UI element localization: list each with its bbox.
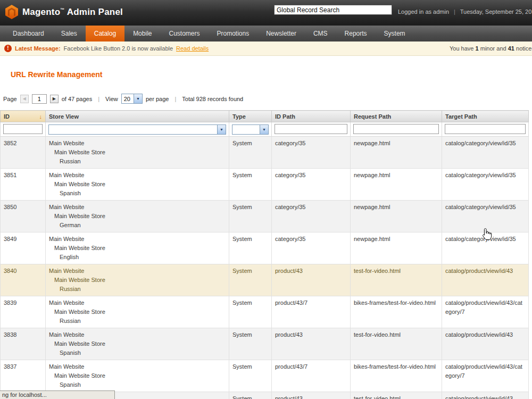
cell-request-path: bikes-frames/test-for-video.html: [351, 360, 442, 392]
nav-item-reports[interactable]: Reports: [336, 26, 376, 41]
latest-message-text: Facebook Like Button 2.0 is now availabl…: [64, 45, 173, 52]
cell-target-path: catalog/product/view/id/43: [442, 264, 529, 296]
latest-message-label: Latest Message:: [15, 45, 61, 52]
cell-id: 3849: [1, 232, 46, 264]
filter-id-path-input[interactable]: [275, 124, 347, 134]
cell-type: System: [229, 296, 272, 328]
cell-request-path: bikes-frames/test-for-video.html: [351, 296, 442, 328]
cell-target-path: catalog/category/view/id/35: [442, 232, 529, 264]
brand: Magento™ Admin Panel: [5, 5, 123, 19]
cell-target-path: catalog/category/view/id/35: [442, 136, 529, 168]
column-header-id-path[interactable]: ID Path: [272, 111, 351, 122]
cell-type: System: [229, 136, 272, 168]
next-page-button[interactable]: ▶: [50, 95, 59, 103]
per-page-select[interactable]: 20 ▼: [121, 94, 143, 104]
browser-status-bar: ng for localhost...: [0, 390, 115, 399]
prev-page-button[interactable]: ◀: [20, 95, 29, 103]
cell-type: System: [229, 328, 272, 360]
url-rewrite-grid: ↓ ID Store View Type ID Path Request Pat…: [0, 110, 529, 399]
dropdown-arrow-icon: ▼: [134, 94, 142, 103]
cell-store-view: Main Website Main Website Store German: [46, 200, 229, 232]
filter-request-path-input[interactable]: [353, 124, 439, 134]
table-row[interactable]: 3849 Main Website Main Website Store Eng…: [1, 232, 529, 264]
table-row[interactable]: 3839 Main Website Main Website Store Rus…: [1, 296, 529, 328]
nav-item-mobile[interactable]: Mobile: [124, 26, 160, 41]
column-header-type[interactable]: Type: [229, 111, 272, 122]
filter-target-path-input[interactable]: [445, 124, 526, 134]
cell-store-view: Main Website Main Website Store Spanish: [46, 328, 229, 360]
table-row[interactable]: 3850 Main Website Main Website Store Ger…: [1, 200, 529, 232]
table-row[interactable]: 3852 Main Website Main Website Store Rus…: [1, 136, 529, 168]
prev-arrow-icon: ◀: [23, 96, 26, 101]
cell-request-path: test-for-video.html: [351, 328, 442, 360]
cell-id-path: product/43: [272, 392, 351, 399]
cell-store-view: Main Website Main Website Store English: [46, 232, 229, 264]
dropdown-arrow-icon: ▼: [217, 125, 226, 134]
notification-bar: ! Latest Message: Facebook Like Button 2…: [0, 41, 532, 56]
cell-id-path: product/43: [272, 264, 351, 296]
table-row[interactable]: 3840 Main Website Main Website Store Rus…: [1, 264, 529, 296]
table-row[interactable]: 3851 Main Website Main Website Store Spa…: [1, 168, 529, 200]
column-header-id[interactable]: ↓ ID: [1, 111, 46, 122]
cell-request-path: test-for-video.html: [351, 392, 442, 399]
page-number-input[interactable]: [32, 94, 47, 104]
cell-id-path: category/35: [272, 136, 351, 168]
cell-id-path: product/43/7: [272, 296, 351, 328]
column-header-request-path[interactable]: Request Path: [351, 111, 442, 122]
app-title: Magento™ Admin Panel: [22, 7, 123, 18]
cell-store-view: Main Website Main Website Store Spanish: [46, 168, 229, 200]
page-title: URL Rewrite Management: [11, 70, 102, 79]
filter-id-input[interactable]: [3, 124, 43, 134]
nav-item-system[interactable]: System: [376, 26, 414, 41]
cell-type: System: [229, 232, 272, 264]
cell-request-path: newpage.html: [351, 168, 442, 200]
session-info: Logged in as admin | Tuesday, September …: [398, 9, 532, 15]
magento-admin-window: Magento™ Admin Panel Logged in as admin …: [0, 0, 532, 399]
global-search-input[interactable]: [274, 5, 392, 15]
cell-target-path: catalog/product/view/id/43: [442, 328, 529, 360]
error-icon: !: [4, 45, 12, 52]
column-header-store-view[interactable]: Store View: [46, 111, 229, 122]
nav-item-catalog[interactable]: Catalog: [86, 26, 124, 41]
notice-summary[interactable]: You have 1 minor and 41 notice unre: [450, 45, 532, 52]
cell-id: 3837: [1, 360, 46, 392]
table-row[interactable]: 3837 Main Website Main Website Store Spa…: [1, 360, 529, 392]
cell-type: System: [229, 168, 272, 200]
cell-store-view: Main Website Main Website Store Russian: [46, 264, 229, 296]
nav-item-dashboard[interactable]: Dashboard: [4, 26, 53, 41]
cell-id: 3852: [1, 136, 46, 168]
nav-item-customers[interactable]: Customers: [160, 26, 208, 41]
view-label: View: [105, 96, 118, 102]
cell-id: 3850: [1, 200, 46, 232]
cell-request-path: newpage.html: [351, 200, 442, 232]
cell-target-path: catalog/product/view/id/43/category/7: [442, 360, 529, 392]
cell-id-path: product/43/7: [272, 360, 351, 392]
column-header-target-path[interactable]: Target Path: [442, 111, 529, 122]
cell-target-path: catalog/product/view/id/43: [442, 392, 529, 399]
grid-pager: Page ◀ ▶ of 47 pages | View 20 ▼ per pag…: [3, 94, 243, 104]
nav-item-cms[interactable]: CMS: [305, 26, 336, 41]
cell-id-path: category/35: [272, 168, 351, 200]
nav-item-newsletter[interactable]: Newsletter: [257, 26, 305, 41]
cell-id: 3838: [1, 328, 46, 360]
table-row[interactable]: 3838 Main Website Main Website Store Spa…: [1, 328, 529, 360]
filter-store-view-select[interactable]: ▼: [48, 124, 226, 135]
grid-filter-row: ▼ ▼: [1, 122, 529, 137]
read-details-link[interactable]: Read details: [176, 45, 209, 52]
cell-type: System: [229, 360, 272, 392]
nav-item-promotions[interactable]: Promotions: [209, 26, 258, 41]
dropdown-arrow-icon: ▼: [260, 125, 268, 134]
magento-logo-icon: [5, 5, 18, 19]
cell-type: System: [229, 392, 272, 399]
cell-target-path: catalog/product/view/id/43/category/7: [442, 296, 529, 328]
cell-id: 3840: [1, 264, 46, 296]
grid-body: 3852 Main Website Main Website Store Rus…: [1, 136, 529, 399]
filter-type-select[interactable]: ▼: [232, 124, 269, 135]
per-page-label: per page: [146, 96, 169, 102]
cell-type: System: [229, 200, 272, 232]
cell-id-path: product/43: [272, 328, 351, 360]
pages-total-text: of 47 pages: [62, 96, 93, 102]
cell-request-path: test-for-video.html: [351, 264, 442, 296]
sort-desc-icon: ↓: [39, 113, 43, 120]
nav-item-sales[interactable]: Sales: [53, 26, 86, 41]
